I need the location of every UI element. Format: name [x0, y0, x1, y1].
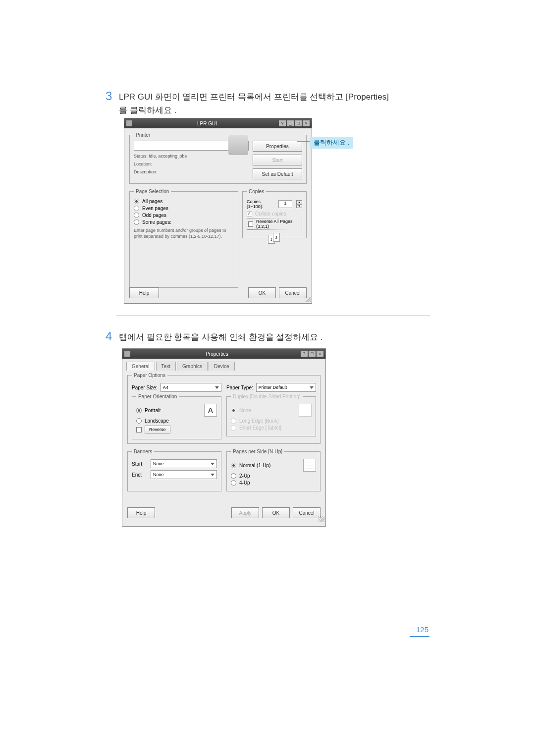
banner-start-select[interactable]: None — [151, 459, 217, 468]
paper-type-value: Printer Default — [259, 385, 287, 390]
nup-fieldset: Pages per Side [N-Up] Normal (1-Up) 2-Up… — [226, 449, 321, 491]
collate-label: Collate copies — [255, 211, 286, 216]
copies-diagram-icon: 12 — [267, 233, 282, 248]
duplex-none-label: None — [239, 408, 251, 413]
copies-spinner[interactable]: ▲▼ — [296, 200, 302, 208]
properties-button[interactable]: Properties — [253, 141, 302, 152]
step-3-number: 3 — [106, 89, 112, 103]
titlebar-2: Properties ? □ × — [122, 349, 325, 359]
nup-2-label: 2-Up — [239, 473, 250, 479]
minimize-icon[interactable]: _ — [287, 120, 294, 126]
help-button[interactable]: Help — [129, 287, 159, 298]
window-title-2: Properties — [133, 351, 301, 357]
close-icon-2[interactable]: × — [317, 351, 323, 357]
banner-end-value: None — [153, 472, 164, 477]
nup-preview-icon — [303, 459, 316, 472]
orientation-fieldset: Paper Orientation Portrait A Landscape R… — [132, 394, 221, 439]
short-edge-radio — [231, 425, 236, 431]
paper-size-label: Paper Size: — [132, 385, 158, 390]
reverse-button[interactable]: Reverse — [145, 426, 170, 433]
tabs: General Text Graphics Device — [122, 359, 325, 371]
banner-start-value: None — [153, 461, 164, 466]
long-edge-label: Long Edge [Book] — [239, 418, 279, 424]
lpr-gui-window: LPR GUI ? _ □ × Printer Status: idle, ac… — [124, 118, 312, 304]
copies-fieldset: Copies Copies [1~100]: 1 ▲▼ Collate copi… — [242, 189, 307, 238]
duplex-fieldset: Duplex [Double-Sided Printing] None Long… — [226, 394, 316, 436]
nup-4-label: 4-Up — [239, 480, 250, 486]
close-icon[interactable]: × — [303, 120, 310, 126]
page-range-hint: Enter page numbers and/or groups of page… — [134, 228, 234, 239]
page-selection-fieldset: Page Selection All pages Even pages Odd … — [129, 189, 238, 288]
orientation-preview-icon: A — [204, 404, 217, 417]
apply-button[interactable]: Apply — [231, 507, 259, 518]
all-pages-label: All pages — [142, 199, 162, 204]
orientation-legend: Paper Orientation — [136, 394, 179, 399]
printer-description: Description: — [134, 169, 249, 174]
resize-grip-icon-2[interactable] — [319, 516, 324, 522]
portrait-label: Portrait — [145, 408, 160, 413]
banner-end-select[interactable]: None — [151, 470, 217, 479]
rule-divider — [116, 81, 430, 81]
nup-4-radio[interactable] — [231, 480, 236, 486]
collate-checkbox[interactable] — [247, 211, 252, 216]
printer-legend: Printer — [134, 132, 152, 138]
copies-label: Copies [1~100]: — [247, 199, 275, 209]
maximize-icon[interactable]: □ — [295, 120, 302, 126]
properties-window: Properties ? □ × General Text Graphics D… — [122, 348, 326, 527]
paper-size-select[interactable]: A4 — [160, 383, 221, 392]
some-pages-radio[interactable] — [134, 219, 139, 225]
help-button-icon[interactable]: ? — [279, 120, 286, 126]
portrait-radio[interactable] — [136, 408, 142, 413]
printer-icon — [228, 135, 248, 155]
app-icon — [126, 120, 132, 126]
cancel-button[interactable]: Cancel — [279, 287, 307, 298]
reverse-label: Reverse All Pages (3,2,1) — [256, 219, 301, 229]
tab-general[interactable]: General — [126, 362, 155, 371]
copies-input[interactable]: 1 — [278, 200, 292, 208]
tab-text[interactable]: Text — [156, 362, 176, 371]
page-number: 125 — [416, 625, 428, 634]
tab-graphics[interactable]: Graphics — [177, 362, 208, 371]
banners-fieldset: Banners Start:None End:None — [127, 449, 221, 491]
help-button-2[interactable]: Help — [127, 507, 155, 518]
banners-legend: Banners — [132, 449, 154, 454]
all-pages-radio[interactable] — [134, 199, 139, 204]
tab-device[interactable]: Device — [209, 362, 235, 371]
reverse-checkbox[interactable] — [248, 221, 253, 227]
paper-options-legend: Paper Options — [132, 373, 167, 378]
chevron-down-icon — [215, 386, 219, 389]
some-pages-label: Some pages: — [142, 219, 171, 225]
nup-legend: Pages per Side [N-Up] — [231, 449, 284, 454]
nup-2-radio[interactable] — [231, 473, 236, 479]
help-button-icon-2[interactable]: ? — [301, 351, 308, 357]
odd-pages-radio[interactable] — [134, 213, 139, 218]
printer-fieldset: Printer Status: idle, accepting jobs Loc… — [129, 132, 307, 184]
maximize-icon-2[interactable]: □ — [309, 351, 316, 357]
ok-button-2[interactable]: OK — [262, 507, 290, 518]
step-4-text: 탭에서 필요한 항목을 사용해 인쇄 환경을 설정하세요 . — [119, 330, 394, 344]
banner-end-label: End: — [132, 472, 148, 478]
nup-1-radio[interactable] — [231, 463, 236, 468]
callout-label: 클릭하세요 . — [310, 137, 353, 149]
printer-location: Location: — [134, 162, 249, 166]
page-selection-legend: Page Selection — [134, 189, 171, 194]
paper-size-value: A4 — [163, 385, 168, 390]
reverse-checkbox-2[interactable] — [136, 427, 142, 432]
paper-options-fieldset: Paper Options Paper Size: A4 Paper Orien… — [127, 373, 321, 444]
set-default-button[interactable]: Set as Default — [253, 168, 302, 179]
app-icon-2 — [124, 351, 130, 357]
rule-divider-2 — [116, 316, 430, 316]
long-edge-radio — [231, 418, 236, 424]
paper-type-select[interactable]: Printer Default — [256, 383, 316, 392]
copies-legend: Copies — [247, 189, 266, 194]
paper-type-label: Paper Type: — [226, 385, 253, 390]
cancel-button-2[interactable]: Cancel — [293, 507, 321, 518]
chevron-down-icon — [211, 463, 214, 465]
start-button[interactable]: Start — [253, 155, 302, 165]
even-pages-radio[interactable] — [134, 206, 139, 211]
resize-grip-icon[interactable] — [305, 296, 311, 302]
banner-start-label: Start: — [132, 461, 148, 467]
landscape-radio[interactable] — [136, 418, 142, 424]
ok-button[interactable]: OK — [248, 287, 276, 298]
nup-1-label: Normal (1-Up) — [239, 463, 270, 468]
